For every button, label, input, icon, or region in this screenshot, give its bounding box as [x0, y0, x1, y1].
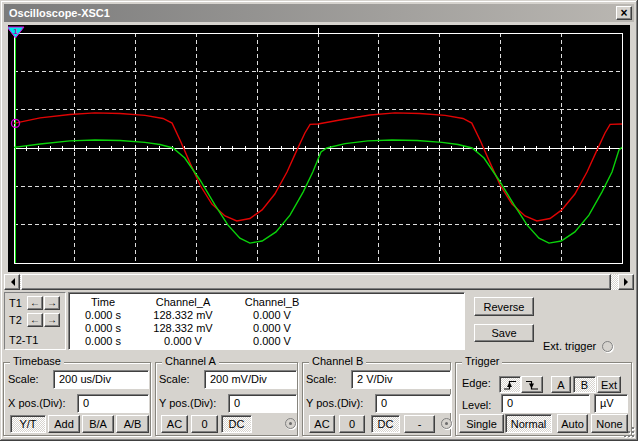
- timebase-mode-ab-button[interactable]: A/B: [116, 415, 149, 433]
- arrow-left-icon: ←: [30, 315, 40, 325]
- scroll-right-button[interactable]: [618, 274, 634, 290]
- timebase-xpos-field[interactable]: 0: [77, 394, 149, 413]
- channel-b-dc-button[interactable]: DC: [371, 415, 400, 433]
- channel-a-terminal-icon: [285, 418, 296, 429]
- timebase-xpos-label: X pos.(Div):: [8, 397, 65, 409]
- timebase-scale-label: Scale:: [8, 373, 39, 385]
- channel-b-scale-field[interactable]: 2 V/Div: [351, 370, 451, 389]
- scope-display: 1: [8, 25, 630, 272]
- t1-left-button[interactable]: ←: [27, 296, 43, 310]
- t1-right-button[interactable]: →: [44, 296, 60, 310]
- t2-channel-a: 128.332 mV: [137, 322, 229, 334]
- col-channel-a: Channel_A: [137, 296, 229, 308]
- t1-time: 0.000 s: [69, 309, 137, 321]
- trigger-level-label: Level:: [462, 399, 491, 411]
- channel-b-zero-button[interactable]: 0: [339, 415, 365, 433]
- readout-row-t2-t1: 0.000 s 0.000 V 0.000 V: [69, 335, 464, 347]
- trigger-source-ext-button[interactable]: Ext: [597, 376, 621, 393]
- channel-b-ypos-label: Y pos.(Div):: [306, 397, 363, 409]
- channel-b-group: Channel B Scale: 2 V/Div Y pos.(Div): 0 …: [302, 362, 451, 436]
- cursor-1-number: 1: [13, 27, 18, 36]
- trigger-edge-rising-button[interactable]: [499, 376, 521, 393]
- t2-left-button[interactable]: ←: [27, 313, 43, 327]
- channel-a-ypos-label: Y pos.(Div):: [159, 397, 216, 409]
- trigger-mode-normal-button[interactable]: Normal: [505, 414, 552, 433]
- timebase-scale-field[interactable]: 200 us/Div: [53, 370, 149, 389]
- measurement-readout: Time Channel_A Channel_B 0.000 s 128.332…: [68, 292, 465, 350]
- trigger-source-b-button[interactable]: B: [573, 376, 596, 393]
- scope-grid: [14, 28, 622, 263]
- timebase-mode-ba-button[interactable]: B/A: [82, 415, 114, 433]
- oscilloscope-window: Oscilloscope-XSC1 × 1 T1 ← → T2: [0, 0, 638, 441]
- channel-a-title: Channel A: [162, 355, 219, 367]
- t1-channel-a: 128.332 mV: [137, 309, 229, 321]
- timebase-mode-add-button[interactable]: Add: [48, 415, 80, 433]
- trigger-source-a-button[interactable]: A: [551, 376, 571, 393]
- arrow-right-icon: →: [47, 315, 57, 325]
- channel-b-scale-label: Scale:: [306, 373, 337, 385]
- channel-b-title: Channel B: [309, 355, 366, 367]
- rising-edge-icon: [503, 379, 517, 391]
- t2t1-time: 0.000 s: [69, 335, 137, 347]
- channel-a-dc-button[interactable]: DC: [221, 415, 252, 433]
- timebase-mode-yt-button[interactable]: Y/T: [10, 415, 46, 433]
- titlebar[interactable]: Oscilloscope-XSC1 ×: [4, 4, 634, 22]
- readout-row-t2: 0.000 s 128.332 mV 0.000 V: [69, 322, 464, 334]
- trigger-title: Trigger: [462, 355, 502, 367]
- ext-trigger-terminal-icon: [602, 341, 613, 352]
- scrollbar-thumb[interactable]: [21, 274, 611, 290]
- ext-trigger-label: Ext. trigger: [543, 340, 596, 352]
- col-time: Time: [69, 296, 137, 308]
- trigger-edge-falling-button[interactable]: [521, 376, 543, 393]
- channel-b-terminal-icon: [441, 418, 452, 429]
- readout-header-row: Time Channel_A Channel_B: [69, 296, 464, 308]
- channel-a-ac-button[interactable]: AC: [161, 415, 188, 433]
- trigger-level-unit-field[interactable]: µV: [594, 394, 628, 413]
- cursor-1[interactable]: 1: [8, 27, 24, 263]
- window-title: Oscilloscope-XSC1: [9, 7, 110, 19]
- trigger-mode-auto-button[interactable]: Auto: [557, 414, 588, 433]
- resize-grip[interactable]: [622, 425, 635, 438]
- trigger-group: Trigger Edge: A B Ext Level: 0 µV Single…: [455, 362, 632, 436]
- timebase-title: Timebase: [10, 355, 64, 367]
- channel-a-ypos-field[interactable]: 0: [228, 394, 297, 413]
- readout-row-t1: 0.000 s 128.332 mV 0.000 V: [69, 309, 464, 321]
- scroll-left-button[interactable]: [4, 274, 20, 290]
- scroll-left-icon: [7, 278, 15, 286]
- channel-b-ypos-field[interactable]: 0: [375, 394, 451, 413]
- horizontal-scrollbar[interactable]: [4, 274, 634, 290]
- t1-channel-b: 0.000 V: [229, 309, 315, 321]
- channel-a-group: Channel A Scale: 200 mV/Div Y pos.(Div):…: [155, 362, 298, 436]
- channel-a-zero-button[interactable]: 0: [191, 415, 218, 433]
- col-channel-b: Channel_B: [229, 296, 315, 308]
- save-button[interactable]: Save: [474, 324, 534, 342]
- t1-label: T1: [9, 297, 27, 309]
- trigger-edge-label: Edge:: [462, 377, 491, 389]
- t2t1-channel-b: 0.000 V: [229, 335, 315, 347]
- trigger-mode-single-button[interactable]: Single: [459, 414, 504, 433]
- channel-b-ac-button[interactable]: AC: [309, 415, 335, 433]
- arrow-left-icon: ←: [30, 298, 40, 308]
- channel-b-minus-button[interactable]: -: [404, 415, 435, 433]
- t2-label: T2: [9, 314, 27, 326]
- cursor-controls: T1 ← → T2 ← → T2-T1: [4, 292, 66, 350]
- t2t1-channel-a: 0.000 V: [137, 335, 229, 347]
- scroll-right-icon: [624, 278, 632, 286]
- timebase-group: Timebase Scale: 200 us/Div X pos.(Div): …: [3, 362, 151, 436]
- reverse-button[interactable]: Reverse: [474, 297, 534, 316]
- channel-a-scale-label: Scale:: [159, 373, 190, 385]
- channel-a-scale-field[interactable]: 200 mV/Div: [204, 370, 297, 389]
- trigger-level-field[interactable]: 0: [501, 394, 590, 413]
- close-button[interactable]: ×: [616, 6, 632, 20]
- close-icon: ×: [620, 8, 627, 18]
- arrow-right-icon: →: [47, 298, 57, 308]
- falling-edge-icon: [525, 379, 539, 391]
- t2-t1-label: T2-T1: [9, 334, 65, 346]
- t2-time: 0.000 s: [69, 322, 137, 334]
- t2-right-button[interactable]: →: [44, 313, 60, 327]
- t2-channel-b: 0.000 V: [229, 322, 315, 334]
